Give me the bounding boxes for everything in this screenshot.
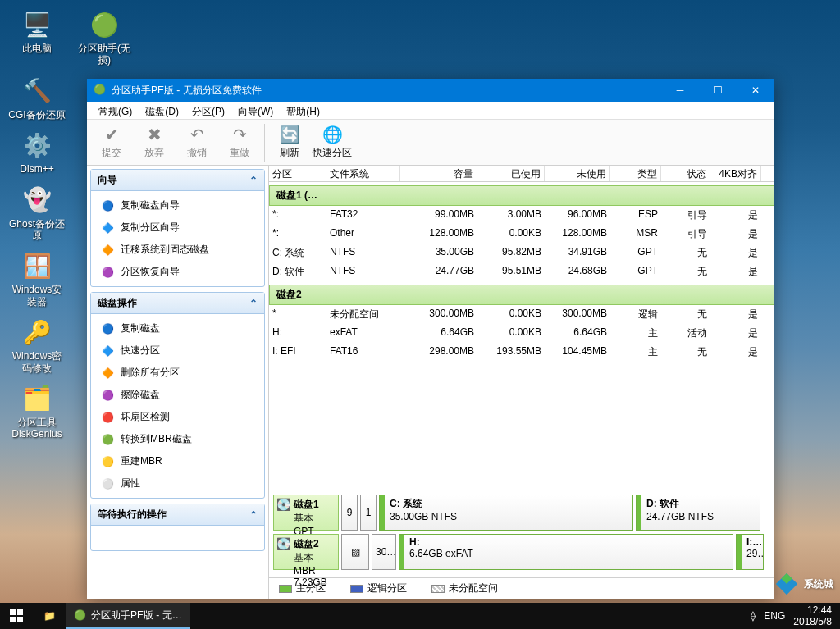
disk-graph: 💽磁盘1基本 GPT60.00GB91C: 系统35.00GB NTFSD: 软… [269,490,774,577]
panel-item-label: 属性 [121,476,140,490]
collapse-icon[interactable]: ⌃ [249,175,258,186]
legend-primary-label: 主分区 [296,581,326,595]
panel-item[interactable]: 🟣擦除磁盘 [91,384,264,406]
partition-row[interactable]: D: 软件NTFS24.77GB95.51MB24.68GBGPT无是 [269,262,774,281]
maximize-button[interactable]: ☐ [699,79,737,102]
cell: 是 [710,326,761,340]
start-button[interactable] [0,603,33,629]
partition-row[interactable]: *:FAT3299.00MB3.00MB96.00MBESP引导是 [269,206,774,225]
column-header[interactable]: 文件系统 [326,166,400,181]
panel-item[interactable]: 🟣分区恢复向导 [91,261,264,283]
menu-item[interactable]: 向导(W) [231,102,280,119]
partition-box[interactable]: 1 [360,495,377,531]
column-header[interactable]: 状态 [661,166,710,181]
disk-group-row[interactable]: 磁盘2 [269,285,774,305]
partition-row[interactable]: I: EFIFAT16298.00MB193.55MB104.45MB主无是 [269,343,774,362]
taskbar-task[interactable]: 🟢 分区助手PE版 - 无… [66,603,190,629]
cell: 引导 [661,208,710,222]
desktop-icon[interactable]: 🔨CGI备份还原 [8,75,66,121]
disk-icon: 💽 [276,537,290,550]
panel-item[interactable]: 🔵复制磁盘 [91,317,264,340]
minimize-button[interactable]: ─ [661,79,699,102]
menu-item[interactable]: 分区(P) [185,102,231,119]
panel-item[interactable]: 🔶删除所有分区 [91,362,264,384]
panel-item-icon: 🔷 [101,221,114,235]
cell: * [269,308,326,321]
desktop-icon[interactable]: 🪟Windows安装器 [8,249,66,308]
menu-item[interactable]: 帮助(H) [280,102,326,119]
cell: exFAT [326,326,400,340]
toolbar-撤销[interactable]: ↶撤销 [176,121,218,164]
partition-row[interactable]: *:Other128.00MB0.00KB128.00MBMSR引导是 [269,225,774,244]
column-header[interactable]: 4KB对齐 [710,166,761,181]
partition-row[interactable]: *未分配空间300.00MB0.00KB300.00MB逻辑无是 [269,305,774,324]
disk-info[interactable]: 💽磁盘2基本 MBR7.23GB [273,534,339,570]
partition-box[interactable]: H:6.64GB exFAT [399,534,733,570]
titlebar[interactable]: 🟢 分区助手PE版 - 无损分区免费软件 ─ ☐ ✕ [87,79,774,102]
column-header[interactable]: 容量 [400,166,477,181]
partition-box[interactable]: ▨ [341,534,369,570]
panel-item[interactable]: 🔷复制分区向导 [91,217,264,239]
desktop-icon-glyph: 👻 [21,184,53,217]
desktop-icon[interactable]: 🗂️分区工具DiskGenius [8,382,66,440]
toolbar-刷新[interactable]: 🔄刷新 [268,121,311,164]
svg-rect-4 [10,617,16,622]
panel-item[interactable]: 🔶迁移系统到固态磁盘 [91,239,264,261]
toolbar-快速分区[interactable]: 🌐快速分区 [311,121,354,164]
partition-box[interactable]: C: 系统35.00GB NTFS [379,495,633,531]
clock-time[interactable]: 12:44 [793,604,832,616]
tray-icon[interactable]: ⟠ [751,610,756,622]
panel-item-icon: ⚪ [101,477,114,490]
cell: 34.91GB [545,246,610,260]
column-header[interactable]: 已使用 [477,166,545,181]
toolbar-icon: ↶ [190,125,204,144]
svg-rect-3 [17,609,23,615]
partition-row[interactable]: C: 系统NTFS35.00GB95.82MB34.91GBGPT无是 [269,244,774,262]
panel-item-label: 复制磁盘 [121,321,160,335]
collapse-icon[interactable]: ⌃ [249,298,258,309]
cell: 无 [661,246,710,260]
toolbar-重做[interactable]: ↷重做 [218,121,261,164]
partition-box[interactable]: I:…29… [736,534,764,570]
window-title: 分区助手PE版 - 无损分区免费软件 [112,84,661,98]
toolbar-label: 刷新 [280,146,299,160]
desktop-icon[interactable]: 🖥️此电脑 [8,8,66,66]
menu-item[interactable]: 常规(G) [92,102,139,119]
cell: *: [269,208,326,222]
language-indicator[interactable]: ENG [764,610,785,622]
clock-date[interactable]: 2018/5/8 [793,616,832,627]
partition-box[interactable]: 30… [372,534,396,570]
file-explorer-icon[interactable]: 📁 [33,603,66,629]
partition-box[interactable]: 9 [341,495,358,531]
close-button[interactable]: ✕ [737,79,774,102]
wizard-panel-title: 向导 [98,173,117,187]
disk-group-row[interactable]: 磁盘1 (… [269,185,774,206]
toolbar-放弃[interactable]: ✖放弃 [133,121,176,164]
cell: Other [326,227,400,241]
panel-item[interactable]: ⚪属性 [91,472,264,495]
column-header[interactable]: 未使用 [545,166,610,181]
disk-info[interactable]: 💽磁盘1基本 GPT60.00GB [273,495,339,531]
panel-item[interactable]: 🔵复制磁盘向导 [91,194,264,217]
toolbar-icon: 🔄 [280,125,300,144]
panel-item[interactable]: 🟢转换到MBR磁盘 [91,428,264,450]
desktop-icon[interactable]: 👻Ghost备份还原 [8,184,66,242]
desktop-icon-label: Ghost备份还原 [8,218,66,242]
cell: 0.00KB [477,308,545,321]
panel-item[interactable]: 🟡重建MBR [91,450,264,472]
toolbar-提交[interactable]: ✔提交 [90,121,133,164]
desktop-icon[interactable]: ⚙️Dism++ [8,129,66,175]
column-header[interactable]: 分区 [269,166,326,181]
partition-box[interactable]: D: 软件24.77GB NTFS [636,495,760,531]
column-header[interactable]: 类型 [610,166,661,181]
partition-row[interactable]: H:exFAT6.64GB0.00KB6.64GB主活动是 [269,324,774,343]
partition-list[interactable]: 磁盘1 (…*:FAT3299.00MB3.00MB96.00MBESP引导是*… [269,182,774,490]
panel-item[interactable]: 🔴坏扇区检测 [91,406,264,428]
cell: 是 [710,308,761,321]
collapse-icon[interactable]: ⌃ [249,509,258,521]
desktop-icon[interactable]: 🟢分区助手(无损) [75,8,133,66]
panel-item-icon: 🟣 [101,266,114,279]
menu-item[interactable]: 磁盘(D) [139,102,185,119]
panel-item[interactable]: 🔷快速分区 [91,340,264,362]
desktop-icon[interactable]: 🔑Windows密码修改 [8,316,66,374]
